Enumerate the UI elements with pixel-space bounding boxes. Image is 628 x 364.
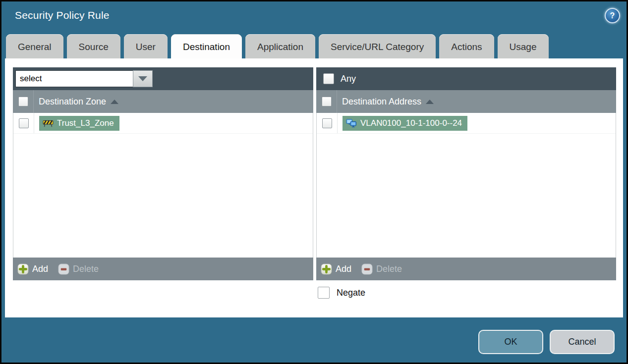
zone-select-all-checkbox[interactable] [18, 97, 28, 106]
tab-usage[interactable]: Usage [498, 34, 549, 60]
network-computers-icon [346, 119, 357, 128]
zone-filter-select[interactable]: select [15, 70, 153, 87]
zone-delete-label: Delete [73, 264, 99, 274]
zone-add-button[interactable]: Add [17, 263, 48, 275]
cancel-button[interactable]: Cancel [550, 330, 615, 354]
address-delete-label: Delete [376, 264, 402, 274]
tab-user[interactable]: User [124, 34, 168, 60]
zone-filter-value[interactable]: select [15, 70, 133, 87]
zone-barrier-icon [43, 119, 54, 127]
add-plus-icon [321, 263, 332, 275]
ok-button[interactable]: OK [478, 330, 543, 354]
address-row-checkbox[interactable] [322, 118, 332, 128]
negate-checkbox[interactable] [318, 287, 330, 299]
address-add-button[interactable]: Add [321, 263, 351, 275]
delete-minus-icon [361, 263, 373, 275]
table-row[interactable]: VLAN0100_10-1-100-0--24 [317, 113, 616, 134]
zone-add-label: Add [32, 264, 48, 274]
address-panel-topbar: Any [316, 67, 616, 90]
tab-application[interactable]: Application [245, 34, 315, 60]
add-plus-icon [17, 263, 29, 275]
zone-filter-dropdown-button[interactable] [133, 70, 153, 87]
tab-bar: General Source User Destination Applicat… [6, 34, 549, 60]
address-add-label: Add [336, 264, 351, 274]
address-row-checkbox-cell [317, 113, 338, 133]
destination-tab-content: select Destination Zone [5, 58, 623, 317]
zone-column-header[interactable]: Destination Zone [34, 90, 118, 113]
chevron-down-icon [138, 76, 147, 81]
zone-table-header: Destination Zone [13, 90, 313, 113]
destination-zone-panel: select Destination Zone [13, 67, 313, 280]
sort-ascending-icon[interactable] [426, 100, 434, 104]
tab-general[interactable]: General [6, 34, 63, 60]
zone-select-all-cell [13, 90, 34, 113]
zone-row-chip[interactable]: Trust_L3_Zone [39, 116, 119, 131]
address-select-all-checkbox[interactable] [322, 97, 332, 106]
negate-toggle[interactable]: Negate [318, 287, 365, 299]
negate-label: Negate [337, 288, 365, 298]
delete-minus-icon [58, 263, 69, 275]
destination-address-panel: Any Destination Address [316, 67, 616, 280]
zone-panel-footer: Add Delete [13, 258, 313, 280]
address-panel-footer: Add Delete [316, 258, 616, 280]
address-table-body: VLAN0100_10-1-100-0--24 [316, 113, 616, 258]
any-checkbox[interactable] [323, 73, 334, 84]
tab-service-url-category[interactable]: Service/URL Category [319, 34, 436, 60]
zone-panel-topbar: select [13, 67, 313, 90]
table-row[interactable]: Trust_L3_Zone [13, 113, 313, 134]
address-select-all-cell [316, 90, 337, 113]
security-policy-rule-dialog: Security Policy Rule ? General Source Us… [1, 1, 627, 363]
address-column-header-label: Destination Address [342, 97, 421, 107]
address-column-header[interactable]: Destination Address [337, 90, 434, 113]
zone-row-checkbox-cell [13, 113, 34, 133]
zone-row-label: Trust_L3_Zone [57, 118, 114, 128]
any-toggle[interactable]: Any [319, 73, 356, 84]
zone-column-header-label: Destination Zone [39, 97, 106, 107]
help-icon[interactable]: ? [605, 8, 620, 23]
any-label: Any [341, 74, 356, 84]
tab-actions[interactable]: Actions [439, 34, 494, 60]
sort-ascending-icon[interactable] [111, 100, 118, 104]
zone-table-body: Trust_L3_Zone [13, 113, 313, 258]
tab-destination[interactable]: Destination [171, 34, 242, 60]
zone-row-checkbox[interactable] [19, 118, 29, 128]
address-delete-button[interactable]: Delete [361, 263, 402, 275]
address-table-header: Destination Address [316, 90, 616, 113]
address-row-chip[interactable]: VLAN0100_10-1-100-0--24 [343, 116, 467, 131]
dialog-title: Security Policy Rule [15, 9, 110, 21]
address-row-label: VLAN0100_10-1-100-0--24 [360, 118, 462, 128]
zone-delete-button[interactable]: Delete [58, 263, 99, 275]
tab-source[interactable]: Source [67, 34, 120, 60]
